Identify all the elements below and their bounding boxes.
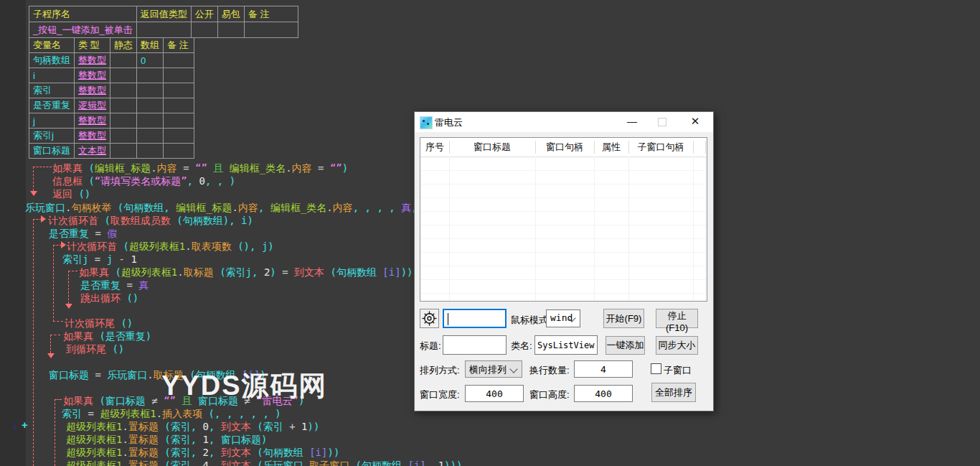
code-token: ) <box>223 215 229 226</box>
code-token: 到文本 <box>221 447 251 458</box>
title-field-label: 标题: <box>420 340 441 353</box>
table-cell <box>137 113 164 129</box>
table-cell <box>110 98 137 113</box>
arrange-select[interactable]: 横向排列 <box>465 360 522 378</box>
arrange-value: 横向排列 <box>469 363 507 376</box>
code-token: )) <box>307 421 319 432</box>
listview-row[interactable] <box>420 225 707 239</box>
code-token: () <box>121 292 138 304</box>
code-token: 1 <box>203 434 209 445</box>
code-token: + <box>283 421 301 432</box>
table-cell <box>217 22 244 38</box>
stop-button[interactable]: 停止(F10) <box>656 309 698 328</box>
listview-row[interactable] <box>420 184 707 198</box>
class-input[interactable] <box>534 335 598 355</box>
code-token: 索引j <box>62 253 88 265</box>
listview-column-header[interactable]: 窗口标题 <box>449 138 535 157</box>
code-token: 超级列表框1 <box>66 434 122 445</box>
maximize-button <box>651 112 673 132</box>
flow-connector <box>68 271 77 271</box>
table-header-cell: 类 型 <box>75 38 110 53</box>
listview-row[interactable] <box>420 238 707 253</box>
wrap-count-input[interactable] <box>574 360 633 378</box>
listview-row[interactable] <box>420 157 707 171</box>
window-height-input[interactable] <box>574 385 633 402</box>
capture-input[interactable] <box>443 309 507 328</box>
code-token: )) <box>401 266 413 278</box>
table-header-cell: 备 注 <box>244 6 298 22</box>
table-row: 窗口标题文本型 <box>29 144 194 159</box>
minimize-button[interactable]: — <box>621 112 643 132</box>
code-token: = <box>121 279 138 291</box>
code-line: 超级列表框1.置标题 (索引, 0, 到文本 (索引 + 1)) <box>66 421 319 433</box>
code-token: [i] <box>377 266 401 278</box>
table-cell: 逻辑型 <box>75 98 110 113</box>
code-token: “请填写类名或标题” <box>95 175 187 187</box>
code-token: 编辑框_标题 <box>176 202 232 213</box>
flow-connector <box>50 335 60 335</box>
gutter-plus-icon[interactable]: + <box>22 419 28 431</box>
listview-column-header[interactable]: 窗口句柄 <box>535 138 594 157</box>
code-token: . <box>232 202 238 213</box>
table-cell: i <box>29 68 75 83</box>
listview-column-header[interactable]: 序号 <box>420 138 449 157</box>
code-token: 句柄枚举 <box>71 202 111 213</box>
watermark: YYDS源码网 <box>161 368 327 404</box>
start-button[interactable]: 开始(F9) <box>603 309 644 328</box>
listview-row[interactable] <box>420 170 707 185</box>
code-token: () <box>106 343 124 355</box>
code-token: , <box>426 460 438 466</box>
code-line: 索引 = 超级列表框1.插入表项 (, , , , , ) <box>62 408 281 420</box>
table-cell <box>244 22 298 38</box>
table-cell <box>136 22 191 38</box>
title-input[interactable] <box>443 335 507 355</box>
flow-connector <box>41 215 46 223</box>
child-window-checkbox[interactable] <box>651 363 661 374</box>
window-titlebar[interactable]: 雷电云 — ✕ <box>415 112 713 132</box>
window-width-input[interactable] <box>465 385 524 402</box>
listview-column-header[interactable]: 子窗口句柄 <box>628 138 693 157</box>
listview-row[interactable] <box>420 211 707 225</box>
mouse-mode-select[interactable]: wind <box>546 309 580 327</box>
table-header-cell: 静态 <box>110 38 137 53</box>
code-token: 计次循环尾 <box>65 317 115 329</box>
listview-row[interactable] <box>420 293 707 302</box>
code-line: 超级列表框1.置标题 (索引, 2, 到文本 (句柄数组 [i])) <box>66 447 339 459</box>
code-token: 1 <box>131 253 136 265</box>
code-token: - <box>113 253 131 265</box>
code-token: 真 <box>138 279 149 291</box>
sort-all-button[interactable]: 全部排序 <box>651 383 696 402</box>
code-token: 到循环尾 <box>66 343 106 355</box>
code-token: . <box>122 421 128 432</box>
code-token: 索引 <box>263 421 283 432</box>
one-click-add-button[interactable]: 一键添加 <box>606 336 645 355</box>
close-button[interactable]: ✕ <box>684 112 706 132</box>
code-token: , <box>191 447 203 458</box>
window-listview[interactable]: 序号窗口标题窗口句柄属性子窗口句柄 <box>420 137 707 302</box>
listview-row[interactable] <box>420 197 707 212</box>
code-token: 计次循环首 <box>67 241 117 252</box>
code-token: ) <box>261 434 267 445</box>
listview-row[interactable] <box>420 279 707 294</box>
column-separator[interactable] <box>705 141 706 154</box>
code-token: . <box>286 162 291 174</box>
code-token: . <box>147 369 153 381</box>
table-cell: j <box>29 113 75 129</box>
table-cell <box>110 113 137 129</box>
code-token: 句柄数组 <box>336 266 377 278</box>
table-row: i整数型 <box>29 68 194 83</box>
code-line: 索引j = j - 1 <box>62 253 137 266</box>
listview-column-header[interactable]: 属性 <box>594 138 628 157</box>
listview-row[interactable] <box>420 252 707 266</box>
code-token: 真 <box>401 202 411 213</box>
code-token: ( <box>159 434 171 445</box>
sync-size-button[interactable]: 同步大小 <box>656 336 698 355</box>
code-token: 内容 <box>157 162 177 174</box>
window-height-label: 窗口高度: <box>529 388 570 401</box>
listview-row[interactable] <box>420 266 707 280</box>
listview-header[interactable]: 序号窗口标题窗口句柄属性子窗口句柄 <box>420 138 707 157</box>
finder-tool-button[interactable] <box>420 309 439 328</box>
code-token: 编辑框_类名 <box>270 202 326 213</box>
table-cell: 窗口标题 <box>29 144 75 159</box>
listview-column-header[interactable] <box>693 138 705 157</box>
